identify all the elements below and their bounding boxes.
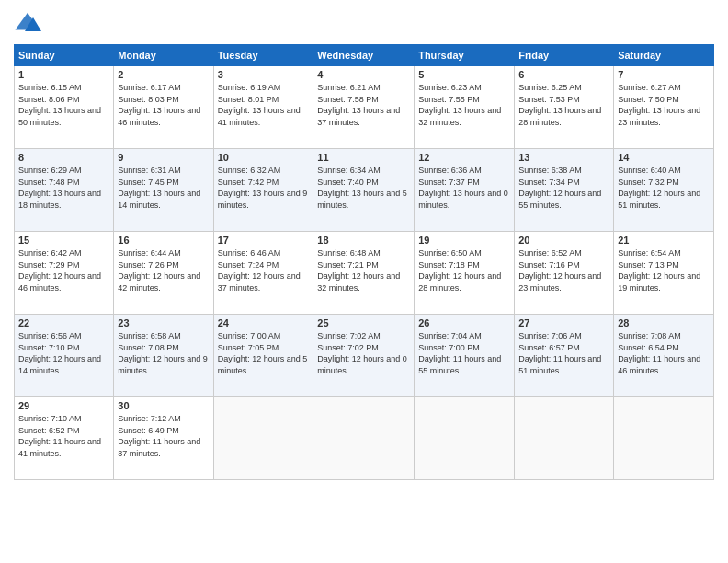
calendar-cell: 10 Sunrise: 6:32 AM Sunset: 7:42 PM Dayl…	[213, 149, 313, 232]
calendar-cell: 13 Sunrise: 6:38 AM Sunset: 7:34 PM Dayl…	[515, 149, 614, 232]
day-number: 30	[118, 400, 209, 411]
day-number: 12	[418, 152, 510, 163]
calendar-cell	[614, 397, 714, 480]
calendar-cell: 14 Sunrise: 6:40 AM Sunset: 7:32 PM Dayl…	[614, 149, 714, 232]
calendar-cell: 3 Sunrise: 6:19 AM Sunset: 8:01 PM Dayli…	[213, 66, 313, 149]
day-number: 28	[618, 317, 710, 328]
day-info: Sunrise: 7:00 AM Sunset: 7:05 PM Dayligh…	[218, 330, 310, 376]
dow-header: Sunday	[15, 45, 114, 66]
day-info: Sunrise: 7:04 AM Sunset: 7:00 PM Dayligh…	[418, 330, 510, 376]
day-info: Sunrise: 6:23 AM Sunset: 7:55 PM Dayligh…	[418, 82, 510, 128]
day-info: Sunrise: 7:08 AM Sunset: 6:54 PM Dayligh…	[618, 330, 710, 376]
day-info: Sunrise: 6:34 AM Sunset: 7:40 PM Dayligh…	[317, 165, 410, 211]
calendar-cell: 9 Sunrise: 6:31 AM Sunset: 7:45 PM Dayli…	[114, 149, 213, 232]
day-number: 27	[518, 317, 609, 328]
day-number: 17	[218, 235, 310, 246]
day-info: Sunrise: 6:38 AM Sunset: 7:34 PM Dayligh…	[518, 165, 609, 211]
day-number: 15	[18, 235, 109, 246]
calendar-cell: 6 Sunrise: 6:25 AM Sunset: 7:53 PM Dayli…	[515, 66, 614, 149]
day-info: Sunrise: 6:17 AM Sunset: 8:03 PM Dayligh…	[118, 82, 209, 128]
calendar-cell: 23 Sunrise: 6:58 AM Sunset: 7:08 PM Dayl…	[114, 315, 213, 397]
calendar-cell: 11 Sunrise: 6:34 AM Sunset: 7:40 PM Dayl…	[313, 149, 415, 232]
calendar-week-row: 29 Sunrise: 7:10 AM Sunset: 6:52 PM Dayl…	[15, 397, 714, 480]
logo-icon	[14, 9, 41, 37]
calendar-cell: 26 Sunrise: 7:04 AM Sunset: 7:00 PM Dayl…	[415, 315, 515, 397]
calendar-week-row: 15 Sunrise: 6:42 AM Sunset: 7:29 PM Dayl…	[15, 232, 714, 315]
day-info: Sunrise: 7:10 AM Sunset: 6:52 PM Dayligh…	[18, 413, 109, 459]
dow-header: Tuesday	[213, 45, 313, 66]
day-number: 21	[618, 235, 710, 246]
calendar-cell: 4 Sunrise: 6:21 AM Sunset: 7:58 PM Dayli…	[313, 66, 415, 149]
day-info: Sunrise: 6:36 AM Sunset: 7:37 PM Dayligh…	[418, 165, 510, 211]
calendar-cell	[313, 397, 415, 480]
day-info: Sunrise: 6:48 AM Sunset: 7:21 PM Dayligh…	[317, 247, 410, 293]
day-number: 23	[118, 317, 209, 328]
day-number: 10	[218, 152, 310, 163]
calendar-cell: 19 Sunrise: 6:50 AM Sunset: 7:18 PM Dayl…	[415, 232, 515, 315]
day-info: Sunrise: 6:21 AM Sunset: 7:58 PM Dayligh…	[317, 82, 410, 128]
calendar-cell: 8 Sunrise: 6:29 AM Sunset: 7:48 PM Dayli…	[15, 149, 114, 232]
day-info: Sunrise: 6:46 AM Sunset: 7:24 PM Dayligh…	[218, 247, 310, 293]
day-number: 8	[18, 152, 109, 163]
day-info: Sunrise: 6:25 AM Sunset: 7:53 PM Dayligh…	[518, 82, 609, 128]
day-number: 16	[118, 235, 209, 246]
day-number: 9	[118, 152, 209, 163]
calendar-cell: 15 Sunrise: 6:42 AM Sunset: 7:29 PM Dayl…	[15, 232, 114, 315]
calendar-cell	[415, 397, 515, 480]
day-number: 7	[618, 69, 710, 80]
calendar-cell: 17 Sunrise: 6:46 AM Sunset: 7:24 PM Dayl…	[213, 232, 313, 315]
calendar-cell: 1 Sunrise: 6:15 AM Sunset: 8:06 PM Dayli…	[15, 66, 114, 149]
day-number: 26	[418, 317, 510, 328]
calendar-cell: 28 Sunrise: 7:08 AM Sunset: 6:54 PM Dayl…	[614, 315, 714, 397]
day-number: 5	[418, 69, 510, 80]
day-info: Sunrise: 7:12 AM Sunset: 6:49 PM Dayligh…	[118, 413, 209, 459]
calendar-cell: 30 Sunrise: 7:12 AM Sunset: 6:49 PM Dayl…	[114, 397, 213, 480]
calendar-cell: 2 Sunrise: 6:17 AM Sunset: 8:03 PM Dayli…	[114, 66, 213, 149]
calendar-cell: 21 Sunrise: 6:54 AM Sunset: 7:13 PM Dayl…	[614, 232, 714, 315]
header	[14, 9, 714, 37]
day-number: 29	[18, 400, 109, 411]
day-info: Sunrise: 6:42 AM Sunset: 7:29 PM Dayligh…	[18, 247, 109, 293]
calendar-week-row: 8 Sunrise: 6:29 AM Sunset: 7:48 PM Dayli…	[15, 149, 714, 232]
day-info: Sunrise: 6:32 AM Sunset: 7:42 PM Dayligh…	[218, 165, 310, 211]
calendar-body: 1 Sunrise: 6:15 AM Sunset: 8:06 PM Dayli…	[15, 66, 714, 480]
day-info: Sunrise: 6:54 AM Sunset: 7:13 PM Dayligh…	[618, 247, 710, 293]
day-number: 14	[618, 152, 710, 163]
day-number: 1	[18, 69, 109, 80]
dow-header: Friday	[515, 45, 614, 66]
day-number: 13	[518, 152, 609, 163]
calendar-cell: 27 Sunrise: 7:06 AM Sunset: 6:57 PM Dayl…	[515, 315, 614, 397]
day-info: Sunrise: 6:29 AM Sunset: 7:48 PM Dayligh…	[18, 165, 109, 211]
day-number: 2	[118, 69, 209, 80]
day-info: Sunrise: 6:58 AM Sunset: 7:08 PM Dayligh…	[118, 330, 209, 376]
calendar-cell: 24 Sunrise: 7:00 AM Sunset: 7:05 PM Dayl…	[213, 315, 313, 397]
day-info: Sunrise: 6:52 AM Sunset: 7:16 PM Dayligh…	[518, 247, 609, 293]
day-info: Sunrise: 7:02 AM Sunset: 7:02 PM Dayligh…	[317, 330, 410, 376]
day-number: 11	[317, 152, 410, 163]
calendar-week-row: 1 Sunrise: 6:15 AM Sunset: 8:06 PM Dayli…	[15, 66, 714, 149]
day-info: Sunrise: 6:40 AM Sunset: 7:32 PM Dayligh…	[618, 165, 710, 211]
day-number: 3	[218, 69, 310, 80]
day-number: 18	[317, 235, 410, 246]
dow-header: Saturday	[614, 45, 714, 66]
day-info: Sunrise: 6:44 AM Sunset: 7:26 PM Dayligh…	[118, 247, 209, 293]
dow-header: Thursday	[415, 45, 515, 66]
calendar-cell: 20 Sunrise: 6:52 AM Sunset: 7:16 PM Dayl…	[515, 232, 614, 315]
calendar-cell: 16 Sunrise: 6:44 AM Sunset: 7:26 PM Dayl…	[114, 232, 213, 315]
day-info: Sunrise: 6:27 AM Sunset: 7:50 PM Dayligh…	[618, 82, 710, 128]
day-info: Sunrise: 6:19 AM Sunset: 8:01 PM Dayligh…	[218, 82, 310, 128]
day-number: 6	[518, 69, 609, 80]
day-info: Sunrise: 6:50 AM Sunset: 7:18 PM Dayligh…	[418, 247, 510, 293]
day-number: 19	[418, 235, 510, 246]
calendar-cell: 5 Sunrise: 6:23 AM Sunset: 7:55 PM Dayli…	[415, 66, 515, 149]
calendar: SundayMondayTuesdayWednesdayThursdayFrid…	[14, 44, 714, 480]
dow-header: Monday	[114, 45, 213, 66]
calendar-cell	[213, 397, 313, 480]
day-number: 24	[218, 317, 310, 328]
calendar-cell: 25 Sunrise: 7:02 AM Sunset: 7:02 PM Dayl…	[313, 315, 415, 397]
day-number: 22	[18, 317, 109, 328]
calendar-cell: 12 Sunrise: 6:36 AM Sunset: 7:37 PM Dayl…	[415, 149, 515, 232]
calendar-cell	[515, 397, 614, 480]
page: SundayMondayTuesdayWednesdayThursdayFrid…	[0, 0, 728, 563]
calendar-cell: 29 Sunrise: 7:10 AM Sunset: 6:52 PM Dayl…	[15, 397, 114, 480]
